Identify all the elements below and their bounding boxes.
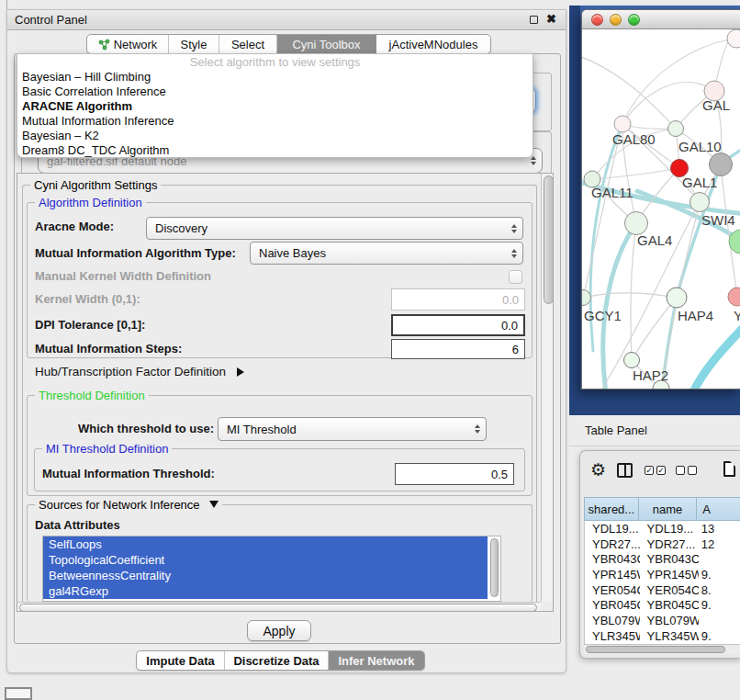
table-row[interactable]: YBR043CYBR043C [585,551,740,567]
algorithm-option-selected[interactable]: ARACNE Algorithm [17,99,533,114]
table-cell[interactable]: YBR045C [640,598,699,612]
algorithm-option[interactable]: Bayesian – Hill Climbing [17,70,533,85]
tab-discretize-data[interactable]: Discretize Data [225,651,329,670]
minimize-traffic-light[interactable] [610,14,622,26]
table-cell[interactable]: YBR045C [585,598,640,612]
tab-label: jActiveMNodules [389,38,478,51]
algorithm-option[interactable]: Basic Correlation Inference [17,85,533,99]
table-row[interactable]: YLR345WYLR345W9. [585,628,740,644]
table-cell[interactable]: YBR043C [640,552,699,566]
network-node[interactable] [624,353,640,368]
dpi-tolerance-field[interactable]: 0.0 [391,314,525,336]
list-item[interactable]: BetweennessCentrality [43,568,488,583]
table-cell[interactable]: YLR345W [640,629,699,643]
table-cell[interactable]: YPR145W [640,568,699,581]
table-horizontal-scrollbar[interactable] [584,644,740,654]
gear-icon[interactable]: ⚙ [590,459,606,480]
table-cell[interactable]: YER054C [640,583,699,597]
kernel-width-field[interactable]: 0.0 [391,288,525,310]
algorithm-option[interactable]: Dream8 DC_TDC Algorithm [17,143,533,158]
table-cell[interactable]: YDL19... [640,522,699,536]
column-header[interactable]: A [697,498,740,520]
network-node[interactable] [667,288,687,308]
sources-toggle[interactable]: Sources for Network Inference [35,498,222,512]
table-cell[interactable]: YBL079W [640,614,699,627]
table-cell[interactable]: YPR145W [585,568,640,581]
close-traffic-light[interactable] [591,14,603,26]
network-node[interactable] [625,212,648,235]
mi-algorithm-type-combobox[interactable]: Naive Bayes [250,242,523,265]
table-cell[interactable]: YDR27... [640,537,699,551]
aracne-mode-combobox[interactable]: Discovery [146,217,523,240]
list-scrollbar-thumb[interactable] [490,538,499,597]
network-edge[interactable] [582,55,676,129]
table-cell[interactable]: YDL19... [585,522,640,536]
tab-jactivemnodules[interactable]: jActiveMNodules [376,35,490,53]
table-cell[interactable]: YBL079W [585,614,640,627]
apply-button[interactable]: Apply [247,620,311,641]
table-panel-window: ⚙ ✓✓ shared... name A YDL19...YDL19...13… [579,450,740,659]
table-cell[interactable]: YLR345W [585,629,640,643]
split-columns-icon[interactable] [617,463,633,478]
column-header[interactable]: name [639,498,697,520]
collapsed-widget[interactable] [5,687,32,700]
network-edge[interactable] [677,202,700,298]
tab-impute-data[interactable]: Impute Data [137,651,225,670]
algorithm-option[interactable]: Mutual Information Inference [17,114,533,129]
table-cell[interactable]: 8. [699,583,740,597]
network-window-titlebar[interactable] [582,10,740,29]
tab-select[interactable]: Select [219,35,277,53]
manual-kernel-width-checkbox[interactable] [509,270,522,284]
scrollbar-thumb[interactable] [544,175,554,304]
tab-network[interactable]: Network [87,35,169,53]
splitter-handle[interactable] [6,0,7,9]
tab-cyni-toolbox[interactable]: Cyni Toolbox [277,35,376,53]
select-all-icon[interactable]: ✓✓ [645,466,666,475]
network-node[interactable] [710,153,733,176]
list-item[interactable]: TopologicalCoefficient [43,552,488,568]
which-threshold-combobox[interactable]: MI Threshold [218,417,487,441]
float-window-icon[interactable] [530,16,538,24]
list-item[interactable]: gal4RGexp [43,583,488,599]
network-edge[interactable] [691,322,740,390]
network-edge[interactable] [583,293,677,298]
table-row[interactable]: YDR27...YDR27...12 [585,536,740,552]
table-row[interactable]: YBL079WYBL079W [585,613,740,628]
close-icon[interactable]: ✖ [546,12,556,26]
document-icon[interactable] [723,461,735,477]
scrollbar-thumb[interactable] [19,604,537,612]
tab-infer-network[interactable]: Infer Network [329,651,424,670]
table-cell[interactable]: 9. [699,568,740,581]
table-cell[interactable]: 12 [699,537,740,551]
hub-definition-toggle[interactable]: Hub/Transcription Factor Definition [35,365,244,378]
horizontal-scrollbar[interactable] [17,602,541,612]
table-row[interactable]: YDL19...YDL19...13 [585,521,740,536]
tab-style[interactable]: Style [169,35,219,53]
network-node[interactable] [614,116,631,132]
table-cell[interactable]: 9. [699,598,740,612]
mi-threshold-field[interactable]: 0.5 [395,463,514,485]
network-node[interactable] [690,193,710,212]
mi-steps-field[interactable]: 6 [391,339,525,359]
column-header[interactable]: shared... [585,498,639,520]
table-cell[interactable]: YBR043C [585,552,640,566]
network-edge[interactable] [583,124,622,298]
deselect-all-icon[interactable] [676,466,697,475]
table-cell[interactable]: 9. [699,629,740,643]
table-row[interactable]: YER054CYER054C8. [585,582,740,598]
network-canvas[interactable]: GALGAL80GAL10GAL1GAL11SWI4GAL4GCY1HAP4YH… [582,29,740,390]
network-node[interactable] [727,29,740,48]
table-cell[interactable]: YER054C [585,583,640,597]
table-row[interactable]: YPR145WYPR145W9. [585,567,740,582]
table-row[interactable]: YBR045CYBR045C9. [585,597,740,613]
table-cell[interactable]: YDR27... [585,537,640,551]
vertical-scrollbar[interactable] [541,174,554,602]
algorithm-option[interactable]: Bayesian – K2 [17,129,533,143]
network-node[interactable] [668,121,684,137]
network-node[interactable] [728,288,740,306]
scrollbar-thumb[interactable] [586,646,725,653]
network-edge[interactable] [631,223,636,360]
list-item[interactable]: SelfLoops [43,536,488,552]
table-cell[interactable]: 13 [699,522,740,536]
zoom-traffic-light[interactable] [628,14,640,26]
